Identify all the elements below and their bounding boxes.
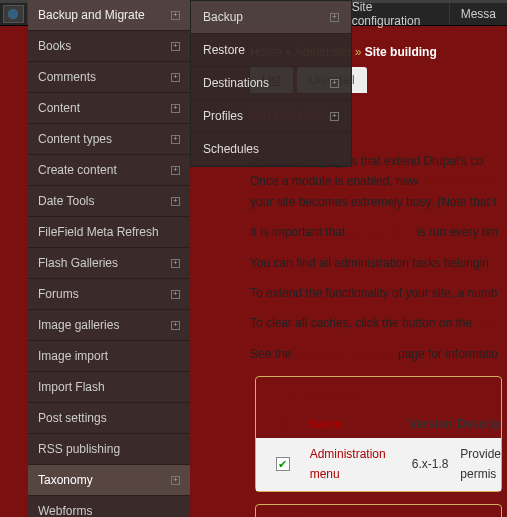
menu-item-label: RSS publishing [38,442,120,456]
menu-item-label: Post settings [38,411,107,425]
expand-icon [330,79,339,88]
expand-icon [171,166,180,175]
menu-item[interactable]: Profiles [191,100,351,133]
top-menu-item[interactable]: Messa [449,3,507,25]
menu-item[interactable]: Taxonomy [28,465,190,496]
menu-item-label: Taxonomy [38,473,93,487]
drupal-icon [6,7,20,21]
menu-item-label: Comments [38,70,96,84]
menu-item[interactable]: RSS publishing [28,434,190,465]
expand-icon [171,104,180,113]
menu-item[interactable]: Flash Galleries [28,248,190,279]
menu-item[interactable]: Books [28,31,190,62]
expand-icon [171,321,180,330]
menu-item-label: Date Tools [38,194,94,208]
menu-item[interactable]: Image import [28,341,190,372]
menu-item-label: Create content [38,163,117,177]
menu-item-label: Flash Galleries [38,256,118,270]
menu-item-label: Destinations [203,76,269,90]
expand-icon [171,42,180,51]
triangle-down-icon: ▼ [266,386,275,401]
menu-item-label: Backup and Migrate [38,8,145,22]
svg-point-0 [8,9,19,20]
expand-icon [330,112,339,121]
menu-item-label: Image import [38,349,108,363]
menu-item[interactable]: Post settings [28,403,190,434]
drupal-logo[interactable] [3,5,24,23]
body-text: Modules are plugins that extend Drupal's… [245,151,507,517]
fieldset-legend[interactable]: ▼ Administration [256,377,501,409]
menu-item[interactable]: Date Tools [28,186,190,217]
table-header: Enabled Name Version Descrip [256,410,501,438]
top-menu-item[interactable]: Site configuration [340,3,449,25]
menu-item[interactable]: Webforms [28,496,190,517]
menu-item-label: Forums [38,287,79,301]
menu-item-label: Backup [203,10,243,24]
fieldset-legend[interactable]: ▼ CCK [256,505,501,517]
expand-icon [330,13,339,22]
expand-icon [171,197,180,206]
menu-item-label: Content types [38,132,112,146]
module-description: Provide permis [460,444,501,485]
expand-icon [171,11,180,20]
triangle-down-icon: ▼ [266,513,275,517]
menu-item[interactable]: Import Flash [28,372,190,403]
expand-icon [171,290,180,299]
menu-item[interactable]: Destinations [191,67,351,100]
menu-item[interactable]: Create content [28,155,190,186]
menu-item[interactable]: FileField Meta Refresh [28,217,190,248]
expand-icon [171,259,180,268]
module-version: 6.x-1.8 [412,454,460,474]
table-row: ✔ Administration menu 6.x-1.8 Provide pe… [256,438,501,491]
menu-item-label: Books [38,39,71,53]
module-name[interactable]: Administration menu [310,444,412,485]
menu-item[interactable]: Content [28,93,190,124]
menu-item[interactable]: Comments [28,62,190,93]
menu-item-label: Webforms [38,504,92,517]
menu-item-label: Import Flash [38,380,105,394]
menu-item[interactable]: Content types [28,124,190,155]
dropdown-menu-level1: Backup and MigrateBooksCommentsContentCo… [28,0,190,517]
fieldset-cck: ▼ CCK [255,504,502,517]
menu-item-label: FileField Meta Refresh [38,225,159,239]
fieldset-administration: ▼ Administration Enabled Name Version De… [255,376,502,492]
menu-item-label: Image galleries [38,318,119,332]
enabled-checkbox[interactable]: ✔ [276,457,290,471]
menu-item-label: Profiles [203,109,243,123]
menu-item-label: Content [38,101,80,115]
menu-item[interactable]: Backup [191,1,351,34]
menu-item[interactable]: Forums [28,279,190,310]
menu-item[interactable]: Backup and Migrate [28,0,190,31]
expand-icon [171,73,180,82]
expand-icon [171,135,180,144]
dropdown-menu-level2: BackupRestoreDestinationsProfilesSchedul… [190,0,352,167]
menu-item[interactable]: Restore [191,34,351,67]
menu-item[interactable]: Image galleries [28,310,190,341]
expand-icon [171,476,180,485]
breadcrumb-current: Site building [365,45,437,59]
menu-item[interactable]: Schedules [191,133,351,166]
menu-item-label: Restore [203,43,245,57]
menu-item-label: Schedules [203,142,259,156]
